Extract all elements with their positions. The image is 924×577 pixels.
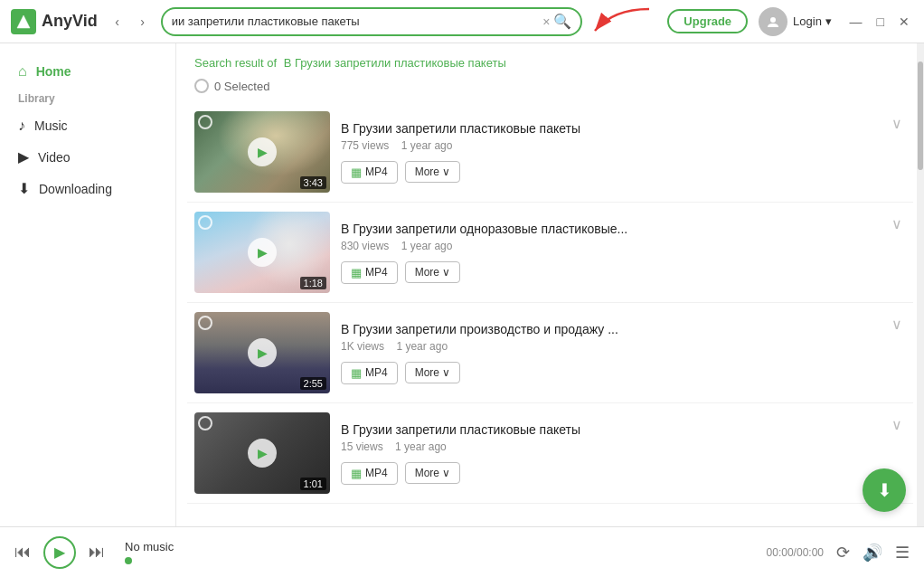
more-button-1[interactable]: More ∨ (405, 161, 460, 183)
result-info-1: В Грузии запретили пластиковые пакеты 77… (341, 121, 877, 184)
duration-3: 2:55 (300, 377, 326, 390)
result-actions-4: ▦ MP4 More ∨ (341, 462, 877, 485)
more-arrow-3: ∨ (442, 366, 450, 379)
result-views-4: 15 views (341, 440, 383, 453)
playlist-button[interactable]: ☰ (895, 543, 910, 563)
scrollbar-track[interactable] (917, 43, 924, 526)
duration-4: 1:01 (300, 478, 326, 490)
play-button-2[interactable]: ▶ (248, 238, 277, 267)
more-arrow-2: ∨ (442, 266, 450, 279)
home-icon: ⌂ (18, 63, 27, 80)
more-button-2[interactable]: More ∨ (405, 261, 460, 283)
table-row: ▶ 3:43 В Грузии запретили пластиковые па… (187, 102, 913, 203)
play-button-1[interactable]: ▶ (248, 137, 277, 166)
expand-button-3[interactable]: ∨ (888, 316, 906, 333)
minimize-button[interactable]: — (846, 13, 866, 31)
result-views-2: 830 views (341, 240, 389, 252)
duration-1: 3:43 (300, 176, 326, 189)
upgrade-button[interactable]: Upgrade (667, 9, 748, 33)
sidebar-library-label: Library (0, 87, 175, 110)
result-select-1[interactable] (198, 115, 212, 129)
table-row: ▶ 1:18 В Грузии запретили одноразовые пл… (187, 203, 913, 303)
expand-button-1[interactable]: ∨ (888, 115, 906, 132)
nav-arrows: ‹ › (107, 11, 154, 33)
download-icon: ⬇ (18, 180, 30, 197)
mp4-label-4: MP4 (365, 467, 388, 479)
svg-point-2 (770, 17, 776, 23)
expand-button-4[interactable]: ∨ (888, 416, 906, 433)
track-info: No music (125, 540, 251, 564)
result-actions-2: ▦ MP4 More ∨ (341, 261, 877, 284)
result-actions-3: ▦ MP4 More ∨ (341, 362, 877, 384)
window-controls: — □ ✕ (846, 13, 913, 31)
result-title-2: В Грузии запретили одноразовые пластиков… (341, 222, 877, 236)
player-bar: ⏮ ▶ ⏭ No music 00:00/00:00 ⟳ 🔊 ☰ (0, 526, 924, 577)
results-list: ▶ 3:43 В Грузии запретили пластиковые па… (176, 102, 924, 526)
mp4-button-4[interactable]: ▦ MP4 (341, 462, 398, 485)
sidebar-item-video[interactable]: ▶ Video (0, 141, 175, 173)
sidebar-home-label: Home (36, 64, 71, 79)
login-button[interactable]: Login ▾ (793, 14, 831, 28)
search-bar: × 🔍 (161, 7, 583, 36)
volume-button[interactable]: 🔊 (863, 543, 882, 563)
sidebar-music-label: Music (34, 118, 68, 133)
result-views-1: 775 views (341, 139, 389, 152)
scrollbar-thumb[interactable] (918, 61, 923, 170)
search-input[interactable] (172, 14, 539, 28)
close-button[interactable]: ✕ (895, 13, 913, 31)
play-pause-button[interactable]: ▶ (43, 536, 76, 569)
search-result-query: В Грузии запретили пластиковые пакеты (284, 56, 506, 70)
thumbnail-2[interactable]: ▶ 1:18 (194, 212, 330, 293)
mp4-button-1[interactable]: ▦ MP4 (341, 161, 398, 184)
nav-back-button[interactable]: ‹ (107, 11, 128, 33)
float-download-button[interactable]: ⬇ (863, 468, 906, 512)
result-meta-4: 15 views 1 year ago (341, 440, 877, 453)
avatar-icon (766, 14, 780, 29)
result-select-3[interactable] (198, 316, 212, 330)
result-select-2[interactable] (198, 215, 212, 230)
svg-marker-0 (17, 15, 30, 28)
mp4-icon-1: ▦ (351, 166, 362, 179)
login-label: Login (793, 14, 822, 28)
thumbnail-3[interactable]: ▶ 2:55 (194, 312, 330, 393)
mp4-button-2[interactable]: ▦ MP4 (341, 261, 398, 284)
expand-button-2[interactable]: ∨ (888, 215, 906, 232)
sidebar-item-home[interactable]: ⌂ Home (0, 56, 175, 87)
more-button-3[interactable]: More ∨ (405, 362, 460, 383)
thumbnail-4[interactable]: ▶ 1:01 (194, 412, 330, 494)
result-title-1: В Грузии запретили пластиковые пакеты (341, 121, 877, 136)
mp4-button-3[interactable]: ▦ MP4 (341, 362, 398, 384)
maximize-button[interactable]: □ (873, 13, 888, 31)
nav-forward-button[interactable]: › (132, 11, 154, 33)
mp4-icon-4: ▦ (351, 467, 362, 480)
result-info-2: В Грузии запретили одноразовые пластиков… (341, 222, 877, 284)
thumbnail-1[interactable]: ▶ 3:43 (194, 111, 330, 193)
table-row: ▶ 2:55 В Грузии запретили производство и… (187, 303, 913, 403)
mp4-label-1: MP4 (365, 166, 388, 178)
result-meta-2: 830 views 1 year ago (341, 240, 877, 252)
more-button-4[interactable]: More ∨ (405, 462, 460, 484)
more-arrow-4: ∨ (442, 467, 450, 479)
play-button-4[interactable]: ▶ (248, 439, 277, 468)
more-label-2: More (415, 266, 439, 279)
result-select-4[interactable] (198, 416, 212, 430)
content-area: Search result of В Грузии запретили плас… (176, 43, 924, 526)
search-clear-icon[interactable]: × (542, 14, 550, 29)
search-result-header: Search result of В Грузии запретили плас… (176, 43, 924, 75)
prev-button[interactable]: ⏮ (14, 543, 31, 562)
select-all-checkbox[interactable] (194, 79, 209, 93)
more-label-1: More (415, 166, 439, 178)
arrow-annotation (586, 5, 658, 38)
sidebar-item-music[interactable]: ♪ Music (0, 110, 175, 141)
video-icon: ▶ (18, 148, 29, 166)
sidebar: ⌂ Home Library ♪ Music ▶ Video ⬇ Downloa… (0, 43, 176, 526)
result-age-3: 1 year ago (396, 340, 448, 353)
sidebar-item-downloading[interactable]: ⬇ Downloading (0, 173, 175, 204)
next-button[interactable]: ⏭ (89, 543, 105, 562)
player-right-controls: ⟳ 🔊 ☰ (836, 543, 910, 563)
logo: AnyVid (11, 9, 98, 34)
repeat-button[interactable]: ⟳ (836, 543, 850, 563)
search-icon[interactable]: 🔍 (553, 13, 571, 30)
sidebar-video-label: Video (38, 150, 71, 165)
play-button-3[interactable]: ▶ (248, 338, 277, 367)
